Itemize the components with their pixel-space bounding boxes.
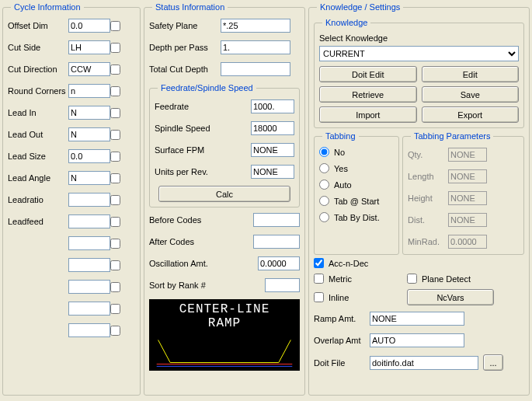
- leadfeed-checkbox[interactable]: [110, 217, 120, 227]
- units-per-rev-input[interactable]: [251, 165, 294, 179]
- leadfeed-input[interactable]: [68, 214, 110, 228]
- extra-checkbox-4[interactable]: [110, 304, 120, 314]
- lead-in-input[interactable]: [68, 106, 110, 120]
- extra-input-3[interactable]: [68, 280, 110, 294]
- lead-in-label: Lead In: [8, 108, 68, 117]
- tabbing-params-legend: Tabbing Parameters: [411, 131, 493, 141]
- plane-detect-checkbox[interactable]: [407, 274, 417, 284]
- tabp-qty-input: [448, 148, 487, 162]
- doit-file-input[interactable]: [370, 356, 478, 370]
- extra-input-1[interactable]: [68, 236, 110, 250]
- extra-input-4[interactable]: [68, 302, 110, 316]
- extra-checkbox-1[interactable]: [110, 239, 120, 249]
- doit-file-browse-button[interactable]: ...: [483, 354, 503, 371]
- tabbing-start-label: Tab @ Start: [334, 197, 379, 206]
- knowledge-legend: Knowledge: [322, 18, 370, 27]
- knowledge-select[interactable]: CURRENT: [319, 46, 519, 61]
- lead-out-checkbox[interactable]: [110, 130, 120, 140]
- sort-by-rank-input[interactable]: [265, 278, 300, 292]
- tabbing-yes-label: Yes: [334, 164, 348, 173]
- ramp-amt-label: Ramp Amt.: [314, 314, 370, 323]
- metric-checkbox[interactable]: [314, 274, 324, 284]
- lead-angle-input[interactable]: [68, 171, 110, 185]
- lead-size-checkbox[interactable]: [110, 152, 120, 162]
- cut-direction-checkbox[interactable]: [110, 65, 120, 75]
- tabp-qty-label: Qty.: [408, 150, 448, 159]
- cut-side-label: Cut Side: [8, 43, 68, 52]
- inline-label: Inline: [329, 293, 402, 302]
- ncvars-button[interactable]: NcVars: [407, 289, 494, 305]
- extra-checkbox-3[interactable]: [110, 282, 120, 292]
- round-corners-label: Round Corners: [8, 86, 68, 96]
- round-corners-input[interactable]: [68, 84, 110, 98]
- extra-checkbox-5[interactable]: [110, 326, 120, 336]
- safety-plane-label: Safety Plane: [149, 21, 221, 30]
- tabbing-auto-label: Auto: [334, 180, 352, 190]
- ramp-amt-input[interactable]: [370, 312, 464, 326]
- edit-button[interactable]: Edit: [422, 66, 520, 82]
- oscillation-input[interactable]: [258, 256, 300, 270]
- depth-per-pass-input[interactable]: [221, 40, 290, 54]
- extra-input-2[interactable]: [68, 258, 110, 272]
- preview-graphic-icon: [149, 332, 300, 371]
- extra-input-5[interactable]: [68, 323, 110, 337]
- lead-out-input[interactable]: [68, 127, 110, 141]
- lead-in-checkbox[interactable]: [110, 108, 120, 118]
- tabp-minrad-label: MinRad.: [408, 237, 448, 246]
- before-codes-input[interactable]: [253, 213, 300, 227]
- leadratio-input[interactable]: [68, 193, 110, 207]
- knowledge-settings-legend: Knowledge / Settings: [317, 2, 403, 12]
- tabbing-auto-radio[interactable]: [319, 180, 329, 190]
- after-codes-label: After Codes: [149, 237, 221, 246]
- leadfeed-label: Leadfeed: [8, 217, 68, 226]
- doit-edit-button[interactable]: Doit Edit: [319, 66, 417, 82]
- surface-fpm-input[interactable]: [251, 143, 294, 157]
- lead-size-label: Lead Size: [8, 152, 68, 161]
- surface-fpm-label: Surface FPM: [155, 145, 224, 155]
- overlap-amt-label: Overlap Amt: [314, 336, 370, 345]
- tabbing-parameters-group: Tabbing Parameters Qty. Length Height Di…: [402, 131, 524, 255]
- offset-dim-input[interactable]: [68, 19, 110, 33]
- spindle-speed-input[interactable]: [251, 121, 294, 135]
- cut-direction-input[interactable]: [68, 62, 110, 76]
- cut-direction-label: Cut Direction: [8, 65, 68, 74]
- metric-label: Metric: [329, 274, 402, 284]
- export-button[interactable]: Export: [422, 106, 520, 123]
- safety-plane-input[interactable]: [221, 19, 290, 33]
- tabbing-dist-radio[interactable]: [319, 212, 329, 222]
- feedrate-input[interactable]: [251, 99, 294, 113]
- extra-checkbox-2[interactable]: [110, 260, 120, 270]
- after-codes-input[interactable]: [253, 235, 300, 249]
- status-information-group: Status Information Safety Plane Depth pe…: [144, 2, 305, 396]
- tabbing-legend: Tabbing: [322, 131, 359, 141]
- tabbing-start-radio[interactable]: [319, 196, 329, 206]
- tabbing-no-radio[interactable]: [319, 147, 329, 157]
- calc-button[interactable]: Calc: [158, 186, 290, 202]
- knowledge-group: Knowledge Select Knowledge CURRENT Doit …: [314, 18, 524, 128]
- tabp-length-input: [448, 169, 487, 183]
- before-codes-label: Before Codes: [149, 215, 221, 225]
- acc-n-dec-checkbox[interactable]: [314, 258, 324, 268]
- feedrate-spindle-group: Feedrate/Spindle Speed Feedrate Spindle …: [149, 83, 300, 207]
- tabp-height-input: [448, 191, 487, 205]
- cut-side-checkbox[interactable]: [110, 43, 120, 53]
- select-knowledge-label: Select Knowledge: [319, 33, 519, 43]
- oscillation-label: Oscillation Amt.: [149, 259, 221, 268]
- tabbing-yes-radio[interactable]: [319, 163, 329, 173]
- lead-angle-checkbox[interactable]: [110, 173, 120, 183]
- inline-checkbox[interactable]: [314, 292, 324, 302]
- tabbing-dist-label: Tab By Dist.: [334, 213, 380, 222]
- tabp-height-label: Height: [408, 194, 448, 203]
- cut-side-input[interactable]: [68, 40, 110, 54]
- save-button[interactable]: Save: [422, 86, 520, 103]
- total-cut-depth-input[interactable]: [221, 62, 290, 76]
- lead-size-input[interactable]: [68, 149, 110, 163]
- tabbing-no-label: No: [334, 148, 345, 157]
- leadratio-checkbox[interactable]: [110, 195, 120, 205]
- overlap-amt-input[interactable]: [370, 333, 464, 347]
- offset-dim-checkbox[interactable]: [110, 21, 120, 31]
- retrieve-button[interactable]: Retrieve: [319, 86, 417, 103]
- import-button[interactable]: Import: [319, 106, 417, 123]
- preview-line2: RAMP: [149, 316, 300, 330]
- round-corners-checkbox[interactable]: [110, 86, 120, 96]
